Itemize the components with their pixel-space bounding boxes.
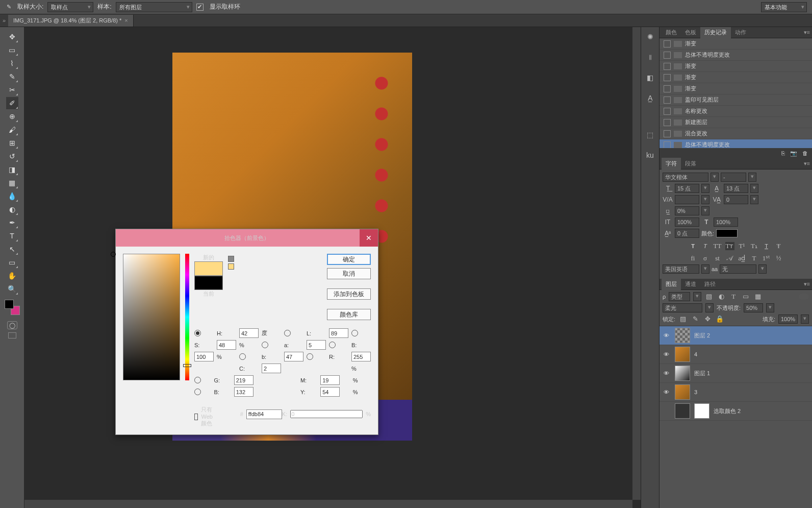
web-only-checkbox[interactable] [194,414,198,420]
radio-r[interactable] [307,353,313,360]
first-button[interactable]: 1ˢᵗ [762,254,771,262]
hex-input[interactable] [246,409,282,419]
font-style[interactable] [721,173,746,182]
panel-menu-icon[interactable]: ▾≡ [804,160,810,167]
tab-character[interactable]: 字符 [662,158,681,170]
lang-dropdown[interactable] [663,264,699,274]
titling-button[interactable]: ad̲ [738,254,747,262]
visibility-icon[interactable]: 👁 [664,351,671,357]
filter-toggle[interactable] [799,294,809,300]
tab-channels[interactable]: 通道 [681,278,700,290]
tab-swatches[interactable]: 色板 [681,27,700,38]
m-input[interactable] [320,375,340,385]
italic-button[interactable]: T [701,242,710,250]
show-ring-checkbox[interactable]: ✔ [196,4,204,11]
visibility-icon[interactable]: 👁 [664,332,671,338]
path-select-tool[interactable]: ↖ [6,243,18,255]
bold-button[interactable]: T [689,242,698,250]
tab-layers[interactable]: 图层 [662,278,681,290]
bb-input[interactable] [234,387,253,397]
close-icon[interactable]: × [124,17,128,23]
tracking[interactable] [724,195,748,204]
dodge-tool[interactable]: ◐ [6,203,18,215]
h-input[interactable] [239,328,259,338]
color-panel-icon[interactable]: ✺ [645,31,656,42]
hscale[interactable] [714,217,738,227]
filter-smart-icon[interactable]: ▦ [753,293,763,301]
picker-titlebar[interactable]: 拾色器（前景色） ✕ [116,229,378,247]
radio-g[interactable] [194,377,201,383]
font-family[interactable] [663,173,708,182]
hue-handle[interactable] [183,364,191,367]
kuler-icon[interactable]: ku [645,150,656,161]
panel-menu-icon[interactable]: ▾≡ [804,29,810,36]
layer-list[interactable]: 👁图层 2 👁4 👁图层 1 👁3 选取颜色 2 [659,326,812,508]
gradient-tool[interactable]: ▦ [6,177,18,189]
char-color-swatch[interactable] [716,229,738,237]
char-height[interactable] [675,206,699,215]
gamut-warning-icon[interactable] [228,256,234,262]
vscale[interactable] [675,217,699,227]
ordinal-button[interactable]: T [750,254,759,262]
foreground-color[interactable] [5,300,14,309]
kerning[interactable] [675,195,699,204]
radio-b[interactable] [239,353,246,360]
visibility-icon[interactable]: 👁 [664,389,671,395]
lasso-tool[interactable]: ⌇ [6,57,18,69]
marquee-tool[interactable]: ▭ [6,44,18,56]
saturation-cursor[interactable] [111,252,116,257]
lock-transparency-icon[interactable]: ▨ [678,315,688,323]
quick-select-tool[interactable]: ✎ [6,70,18,83]
move-tool[interactable]: ✥ [6,31,18,43]
sample-size-dropdown[interactable]: 取样点 [47,2,93,12]
quick-mask-toggle[interactable]: ◯ [7,321,17,329]
color-swatches[interactable] [5,300,20,315]
tab-color[interactable]: 颜色 [662,27,681,38]
crop-tool[interactable]: ✂ [6,84,18,96]
smallcaps-button[interactable]: Tᴛ [725,242,734,250]
radio-h[interactable] [194,330,201,336]
radio-s[interactable] [351,330,358,336]
healing-tool[interactable]: ⊕ [6,110,18,123]
vertical-scrollbar[interactable] [632,27,641,500]
leading[interactable] [724,184,748,193]
add-swatch-button[interactable]: 添加到色板 [327,288,371,300]
history-brush-tool[interactable]: ↺ [6,150,18,162]
layer-item[interactable]: 👁图层 2 [659,326,812,345]
stamp-tool[interactable]: ⊞ [6,137,18,149]
filter-shape-icon[interactable]: ▭ [741,293,750,301]
bv-input[interactable] [194,352,214,361]
hue-slider[interactable] [185,254,189,380]
screen-mode-toggle[interactable] [8,332,16,338]
picker-close-button[interactable]: ✕ [360,229,378,247]
saturation-box[interactable] [123,254,180,380]
radio-a[interactable] [262,342,268,348]
layer-item[interactable]: 选取颜色 2 [659,402,812,421]
layer-item[interactable]: 👁图层 1 [659,364,812,383]
radio-bb[interactable] [194,389,201,395]
underline-button[interactable]: T [762,242,771,250]
eraser-tool[interactable]: ◨ [6,163,18,176]
r-input[interactable] [351,352,371,361]
hand-tool[interactable]: ✋ [6,270,18,282]
strike-button[interactable]: Ŧ [774,242,783,250]
3d-icon[interactable]: ⬚ [645,129,656,140]
k-input[interactable] [290,410,363,418]
fill-input[interactable] [778,315,798,324]
font-size[interactable] [675,184,699,193]
tab-paragraph[interactable]: 段落 [681,158,700,170]
filter-type[interactable] [669,292,690,301]
filter-pixel-icon[interactable]: ▧ [704,293,714,301]
c-input[interactable] [262,364,281,373]
tab-actions[interactable]: 动作 [731,27,750,38]
layer-item[interactable]: 👁4 [659,345,812,364]
adjustments-icon[interactable]: ⫴ [645,52,656,63]
styles-icon[interactable]: ◧ [645,72,656,83]
snapshot-icon[interactable]: ⎘ [781,150,785,156]
color-library-button[interactable]: 颜色库 [327,309,371,320]
visibility-icon[interactable]: 👁 [664,370,671,376]
a-input[interactable] [307,340,326,350]
cancel-button[interactable]: 取消 [327,268,371,279]
collapse-icon[interactable]: » [0,17,8,23]
swash-button[interactable]: 𝒜 [725,254,734,262]
